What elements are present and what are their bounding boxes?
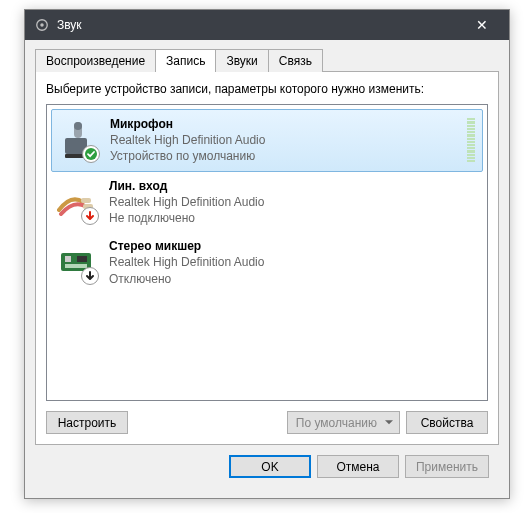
svg-rect-10 [65, 256, 71, 262]
tab-sounds[interactable]: Звуки [215, 49, 268, 72]
tab-recording[interactable]: Запись [155, 49, 216, 72]
device-list[interactable]: Микрофон Realtek High Definition Audio У… [46, 104, 488, 401]
cancel-button[interactable]: Отмена [317, 455, 399, 478]
tab-playback[interactable]: Воспроизведение [35, 49, 156, 72]
prompt-text: Выберите устройство записи, параметры ко… [46, 82, 488, 96]
ok-button[interactable]: OK [229, 455, 311, 478]
close-icon: ✕ [476, 17, 488, 33]
device-name: Лин. вход [109, 178, 477, 194]
device-name: Микрофон [110, 116, 466, 132]
apply-button[interactable]: Применить [405, 455, 489, 478]
microphone-icon [56, 118, 100, 162]
device-status: Не подключено [109, 210, 477, 226]
device-status: Устройство по умолчанию [110, 148, 466, 164]
recording-tabpanel: Выберите устройство записи, параметры ко… [35, 71, 499, 445]
tab-strip: Воспроизведение Запись Звуки Связь [35, 48, 499, 71]
window-title: Звук [57, 18, 461, 32]
svg-rect-5 [74, 122, 82, 130]
level-meter [466, 117, 476, 163]
device-microphone[interactable]: Микрофон Realtek High Definition Audio У… [51, 109, 483, 172]
titlebar[interactable]: Звук ✕ [25, 10, 509, 40]
device-status: Отключено [109, 271, 477, 287]
device-line-in[interactable]: Лин. вход Realtek High Definition Audio … [51, 172, 483, 233]
close-button[interactable]: ✕ [461, 10, 503, 40]
device-name: Стерео микшер [109, 238, 477, 254]
device-info: Лин. вход Realtek High Definition Audio … [109, 178, 477, 227]
tab-communications[interactable]: Связь [268, 49, 323, 72]
stereo-mix-icon [55, 240, 99, 284]
device-info: Микрофон Realtek High Definition Audio У… [110, 116, 466, 165]
dialog-button-row: OK Отмена Применить [35, 445, 499, 488]
svg-rect-7 [81, 198, 91, 203]
check-badge-icon [82, 145, 100, 163]
set-default-button[interactable]: По умолчанию [287, 411, 400, 434]
configure-button[interactable]: Настроить [46, 411, 128, 434]
device-driver: Realtek High Definition Audio [110, 132, 466, 148]
arrow-down-red-icon [81, 207, 99, 225]
device-stereo-mix[interactable]: Стерео микшер Realtek High Definition Au… [51, 232, 483, 293]
device-info: Стерео микшер Realtek High Definition Au… [109, 238, 477, 287]
line-in-icon [55, 180, 99, 224]
device-driver: Realtek High Definition Audio [109, 254, 477, 270]
client-area: Воспроизведение Запись Звуки Связь Выбер… [25, 40, 509, 498]
sound-icon [35, 18, 49, 32]
device-driver: Realtek High Definition Audio [109, 194, 477, 210]
arrow-down-black-icon [81, 267, 99, 285]
sound-window: Звук ✕ Воспроизведение Запись Звуки Связ… [24, 9, 510, 499]
svg-rect-11 [77, 256, 87, 262]
panel-button-row: Настроить По умолчанию Свойства [46, 411, 488, 434]
properties-button[interactable]: Свойства [406, 411, 488, 434]
svg-point-1 [40, 23, 44, 27]
